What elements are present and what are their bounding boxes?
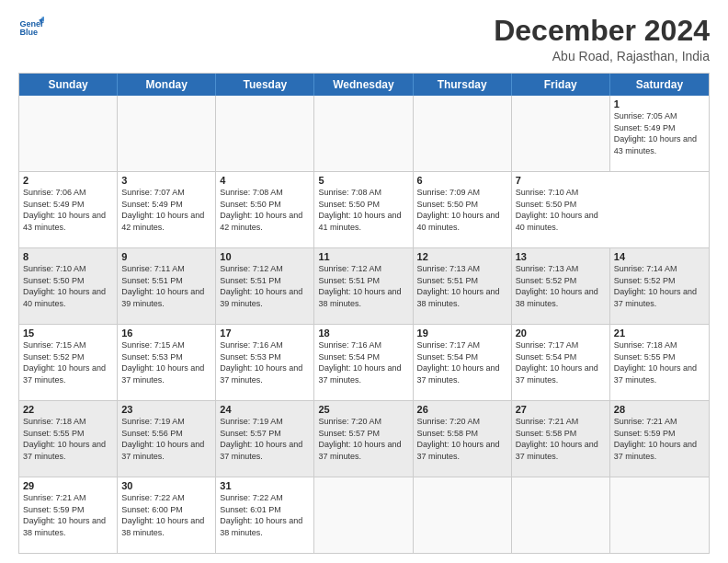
day-info: Sunrise: 7:19 AM Sunset: 5:57 PM Dayligh… (220, 416, 310, 462)
week-row-4: 15Sunrise: 7:15 AM Sunset: 5:52 PM Dayli… (19, 325, 709, 401)
day-number: 13 (516, 251, 606, 262)
day-number: 8 (23, 251, 113, 262)
empty-cell (610, 477, 709, 553)
day-cell-25: 25Sunrise: 7:20 AM Sunset: 5:57 PM Dayli… (314, 401, 413, 477)
empty-cell (118, 96, 216, 171)
day-info: Sunrise: 7:08 AM Sunset: 5:50 PM Dayligh… (318, 187, 408, 233)
day-info: Sunrise: 7:10 AM Sunset: 5:50 PM Dayligh… (516, 187, 607, 233)
empty-cell (314, 96, 413, 171)
col-header-thursday: Thursday (414, 74, 512, 96)
day-cell-20: 20Sunrise: 7:17 AM Sunset: 5:54 PM Dayli… (512, 325, 610, 400)
day-cell-23: 23Sunrise: 7:19 AM Sunset: 5:56 PM Dayli… (118, 401, 216, 477)
day-cell-17: 17Sunrise: 7:16 AM Sunset: 5:53 PM Dayli… (216, 325, 314, 400)
empty-cell (512, 477, 610, 553)
day-number: 17 (220, 327, 310, 339)
day-number: 30 (121, 480, 211, 491)
day-number: 11 (318, 251, 408, 262)
calendar: SundayMondayTuesdayWednesdayThursdayFrid… (18, 73, 710, 554)
day-cell-3: 3Sunrise: 7:07 AM Sunset: 5:49 PM Daylig… (118, 172, 216, 247)
day-info: Sunrise: 7:14 AM Sunset: 5:52 PM Dayligh… (614, 263, 705, 309)
day-cell-14: 14Sunrise: 7:14 AM Sunset: 5:52 PM Dayli… (610, 248, 709, 324)
day-info: Sunrise: 7:08 AM Sunset: 5:50 PM Dayligh… (220, 187, 310, 233)
day-cell-27: 27Sunrise: 7:21 AM Sunset: 5:58 PM Dayli… (512, 401, 610, 477)
day-number: 15 (23, 327, 113, 339)
day-cell-13: 13Sunrise: 7:13 AM Sunset: 5:52 PM Dayli… (512, 248, 610, 324)
day-info: Sunrise: 7:12 AM Sunset: 5:51 PM Dayligh… (220, 263, 310, 309)
col-header-tuesday: Tuesday (216, 74, 314, 96)
day-number: 23 (121, 404, 211, 415)
day-number: 27 (516, 404, 606, 415)
day-number: 16 (121, 327, 211, 339)
col-header-friday: Friday (512, 74, 610, 96)
day-number: 29 (23, 480, 113, 491)
week-row-3: 8Sunrise: 7:10 AM Sunset: 5:50 PM Daylig… (19, 248, 709, 325)
day-info: Sunrise: 7:15 AM Sunset: 5:53 PM Dayligh… (121, 339, 211, 385)
calendar-header: SundayMondayTuesdayWednesdayThursdayFrid… (19, 74, 709, 96)
month-title: December 2024 (494, 15, 710, 47)
day-number: 2 (23, 175, 113, 186)
day-info: Sunrise: 7:16 AM Sunset: 5:54 PM Dayligh… (318, 339, 408, 385)
day-cell-15: 15Sunrise: 7:15 AM Sunset: 5:52 PM Dayli… (19, 325, 118, 400)
day-info: Sunrise: 7:21 AM Sunset: 5:59 PM Dayligh… (614, 416, 705, 462)
logo: General Blue (18, 15, 44, 40)
day-number: 25 (318, 404, 408, 415)
col-header-saturday: Saturday (610, 74, 709, 96)
week-row-1: 1Sunrise: 7:05 AM Sunset: 5:49 PM Daylig… (19, 96, 709, 172)
day-info: Sunrise: 7:18 AM Sunset: 5:55 PM Dayligh… (614, 339, 705, 385)
day-number: 22 (23, 404, 113, 415)
col-header-monday: Monday (118, 74, 216, 96)
day-info: Sunrise: 7:13 AM Sunset: 5:51 PM Dayligh… (417, 263, 507, 309)
empty-cell (512, 96, 610, 171)
day-info: Sunrise: 7:21 AM Sunset: 5:58 PM Dayligh… (516, 416, 606, 462)
header: General Blue December 2024 Abu Road, Raj… (18, 15, 710, 63)
day-cell-30: 30Sunrise: 7:22 AM Sunset: 6:00 PM Dayli… (118, 477, 216, 553)
day-number: 3 (121, 175, 211, 186)
empty-cell (19, 96, 118, 171)
svg-text:Blue: Blue (19, 28, 38, 37)
day-number: 14 (614, 251, 705, 262)
week-row-5: 22Sunrise: 7:18 AM Sunset: 5:55 PM Dayli… (19, 401, 709, 477)
day-cell-21: 21Sunrise: 7:18 AM Sunset: 5:55 PM Dayli… (610, 325, 709, 400)
day-number: 18 (318, 327, 408, 339)
day-number: 20 (516, 327, 606, 339)
day-number: 10 (220, 251, 310, 262)
empty-cell (414, 477, 512, 553)
logo-icon: General Blue (18, 15, 44, 40)
day-info: Sunrise: 7:17 AM Sunset: 5:54 PM Dayligh… (417, 339, 507, 385)
day-info: Sunrise: 7:06 AM Sunset: 5:49 PM Dayligh… (23, 187, 113, 233)
day-number: 28 (614, 404, 705, 415)
day-cell-18: 18Sunrise: 7:16 AM Sunset: 5:54 PM Dayli… (314, 325, 413, 400)
day-cell-5: 5Sunrise: 7:08 AM Sunset: 5:50 PM Daylig… (314, 172, 413, 247)
title-block: December 2024 Abu Road, Rajasthan, India (494, 15, 710, 63)
day-info: Sunrise: 7:12 AM Sunset: 5:51 PM Dayligh… (318, 263, 408, 309)
day-info: Sunrise: 7:18 AM Sunset: 5:55 PM Dayligh… (23, 416, 113, 462)
day-cell-24: 24Sunrise: 7:19 AM Sunset: 5:57 PM Dayli… (216, 401, 314, 477)
day-info: Sunrise: 7:20 AM Sunset: 5:57 PM Dayligh… (318, 416, 408, 462)
day-cell-28: 28Sunrise: 7:21 AM Sunset: 5:59 PM Dayli… (610, 401, 709, 477)
day-info: Sunrise: 7:07 AM Sunset: 5:49 PM Dayligh… (121, 187, 211, 233)
week-row-2: 2Sunrise: 7:06 AM Sunset: 5:49 PM Daylig… (19, 172, 709, 248)
day-cell-4: 4Sunrise: 7:08 AM Sunset: 5:50 PM Daylig… (216, 172, 314, 247)
day-cell-8: 8Sunrise: 7:10 AM Sunset: 5:50 PM Daylig… (19, 248, 118, 324)
empty-cell (414, 96, 512, 171)
day-cell-11: 11Sunrise: 7:12 AM Sunset: 5:51 PM Dayli… (314, 248, 413, 324)
location: Abu Road, Rajasthan, India (494, 49, 710, 63)
day-number: 21 (614, 327, 705, 339)
day-cell-7: 7Sunrise: 7:10 AM Sunset: 5:50 PM Daylig… (512, 172, 610, 247)
day-info: Sunrise: 7:19 AM Sunset: 5:56 PM Dayligh… (121, 416, 211, 462)
day-cell-31: 31Sunrise: 7:22 AM Sunset: 6:01 PM Dayli… (216, 477, 314, 553)
day-info: Sunrise: 7:11 AM Sunset: 5:51 PM Dayligh… (121, 263, 211, 309)
empty-cell (314, 477, 413, 553)
day-number: 12 (417, 251, 507, 262)
day-number: 19 (417, 327, 507, 339)
day-info: Sunrise: 7:20 AM Sunset: 5:58 PM Dayligh… (417, 416, 507, 462)
day-info: Sunrise: 7:21 AM Sunset: 5:59 PM Dayligh… (23, 492, 113, 538)
day-cell-22: 22Sunrise: 7:18 AM Sunset: 5:55 PM Dayli… (19, 401, 118, 477)
empty-cell (216, 96, 314, 171)
day-info: Sunrise: 7:13 AM Sunset: 5:52 PM Dayligh… (516, 263, 606, 309)
week-row-6: 29Sunrise: 7:21 AM Sunset: 5:59 PM Dayli… (19, 477, 709, 553)
day-number: 1 (614, 98, 705, 109)
day-cell-10: 10Sunrise: 7:12 AM Sunset: 5:51 PM Dayli… (216, 248, 314, 324)
col-header-sunday: Sunday (19, 74, 118, 96)
day-cell-16: 16Sunrise: 7:15 AM Sunset: 5:53 PM Dayli… (118, 325, 216, 400)
